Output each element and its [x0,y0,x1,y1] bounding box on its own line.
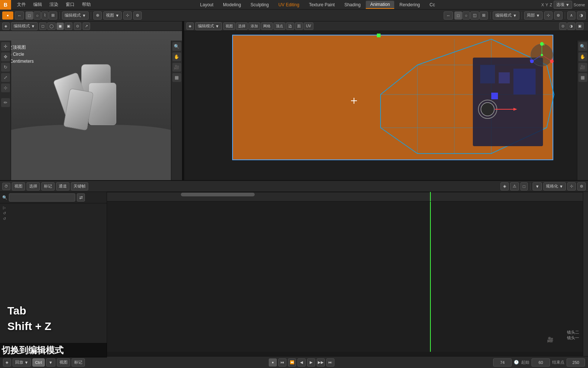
timeline-tracks[interactable]: 镜头二 镜头一 🎥 [107,202,583,352]
prev-frame-btn[interactable]: ◀ [298,358,306,367]
right-vertex-btn[interactable]: 顶点 [274,23,285,30]
timeline-hscrollbar[interactable] [107,192,583,196]
grid-icon-right[interactable]: ▦ [578,73,587,82]
audio-dropdown[interactable]: ▼ [46,358,55,367]
move-tool[interactable]: ✥ [1,52,10,61]
right-transform-btn[interactable]: ↔ [444,11,453,20]
dopesheet-marker-btn[interactable]: 标记 [41,182,55,190]
menu-render[interactable]: 渲染 [47,1,61,8]
select-lasso-btn[interactable]: ⌇ [41,11,48,20]
tab-texture-paint[interactable]: Texture Paint [305,1,339,8]
pan-icon-left[interactable]: ✋ [172,52,181,61]
pivot-btn[interactable]: ⊕ [93,11,102,20]
select-group-btn[interactable]: ⊞ [49,11,57,20]
tab-modeling[interactable]: Modeling [219,1,245,8]
current-frame-input[interactable]: 74 [493,358,512,367]
skip-to-end-btn[interactable]: ⏭ [326,358,334,367]
timeline-vscrollbar[interactable] [583,192,588,356]
dopesheet-keyframe-btn[interactable]: 关键帧 [71,182,88,190]
right-sel4-btn[interactable]: ⊞ [479,11,488,20]
zoom-icon-right[interactable]: 🔍 [578,42,587,51]
camera-icon-left[interactable]: 🎥 [172,63,181,72]
tab-layout[interactable]: Layout [196,1,218,8]
dopesheet-editor-btn[interactable]: ⏱ [2,183,10,190]
play-record-btn[interactable]: ● [269,358,277,367]
end-frame-input[interactable]: 250 [567,358,585,367]
proportional-btn[interactable]: ⊚ [133,11,142,20]
right-editor-type-btn[interactable]: ◈ [186,23,194,30]
dopesheet-view-btn[interactable]: 视图 [12,182,25,190]
mode-dropdown-left[interactable]: 编辑模式 ▼ [62,11,89,20]
search-exchange-btn[interactable]: ⇄ [77,193,85,202]
shading-right-btn[interactable]: ◑ [567,23,575,30]
only-selected-btn[interactable]: ◈ [501,182,509,190]
select-box-btn[interactable]: □ [25,11,33,20]
right-edge-btn[interactable]: 边 [286,23,294,30]
tab-uv-editing[interactable]: UV Editing [274,1,304,8]
cursor-tool[interactable]: ✛ [1,42,10,51]
pan-icon-right[interactable]: ✋ [578,52,587,61]
gizmo-left-btn[interactable]: ↗ [83,23,90,30]
search-input[interactable] [9,193,75,202]
material-btn[interactable]: ▣ [65,23,72,30]
menu-window[interactable]: 窗口 [63,1,78,8]
right-view-btn[interactable]: 视图 [223,23,235,30]
render-btn[interactable]: ▣ [576,23,584,30]
menu-help[interactable]: 帮助 [79,1,94,8]
tab-cc[interactable]: Cc [425,1,440,8]
hscrollbar-thumb[interactable] [181,193,255,196]
prop-right-btn[interactable]: ⊚ [554,11,563,20]
grid-icon-left[interactable]: ▦ [172,73,181,82]
right-select-btn[interactable]: 选择 [236,23,248,30]
prev-keyframe-btn[interactable]: ⏪ [288,358,296,367]
channel-collapse-icon-1[interactable]: ▷ [3,206,6,210]
snap-btn[interactable]: ⊹ [123,11,132,20]
overlay-right-btn[interactable]: ⊙ [559,23,567,30]
transform-btn[interactable]: ↔ [15,11,24,20]
view-footer-btn[interactable]: 视图 [57,358,70,367]
next-frame-btn[interactable]: ▶▶ [317,358,325,367]
left-mode-dropdown[interactable]: 编辑模式 ▼ [11,22,38,30]
uv-viewport[interactable]: Y X Z 🔍 ✋ 🎥 ▦ [184,31,588,180]
select-circle-btn[interactable]: ○ [34,11,41,20]
right-face-btn[interactable]: 面 [295,23,303,30]
wireframe-btn[interactable]: ◯ [47,23,56,30]
tab-shading[interactable]: Shading [340,1,365,8]
3d-viewport[interactable]: 正交顶视图 (74) Circle 10 Centimeters ✛ ✥ ↻ ⤢… [0,31,182,180]
local-dropdown[interactable]: 局部 ▼ [524,11,543,20]
skip-to-start-btn[interactable]: ⏮ [278,358,286,367]
tab-sculpting[interactable]: Sculpting [246,1,273,8]
shading-btn[interactable]: ◑ [577,11,586,20]
start-frame-input[interactable]: 60 [532,358,550,367]
obj-type-btn[interactable]: ◻ [39,23,47,30]
select-dropdown[interactable]: 选项 ▼ [554,1,572,9]
scale-tool[interactable]: ⤢ [1,73,10,82]
dopesheet-select-btn[interactable]: 选择 [27,182,40,190]
annotate-tool[interactable]: ✏ [1,98,10,107]
menu-file[interactable]: 文件 [14,1,29,8]
normalize-btn[interactable]: □ [520,182,528,190]
channel-collapse-icon-2[interactable]: ↺ [3,211,6,215]
mode-dropdown-right[interactable]: 编辑模式 ▼ [493,11,519,20]
right-select-box-btn[interactable]: □ [454,11,462,20]
right-add-btn[interactable]: 添加 [248,23,260,30]
frame-type-dropdown[interactable]: 规格化 ▼ [543,182,566,190]
play-btn[interactable]: ▶ [307,358,315,367]
marker-footer-btn[interactable]: 标记 [72,358,85,367]
camera-icon-right[interactable]: 🎥 [578,63,587,72]
right-mesh-btn[interactable]: 网格 [261,23,273,30]
right-mode-dropdown[interactable]: 编辑模式 ▼ [195,22,222,30]
playback-mode-btn[interactable]: ◈ [3,358,11,367]
dopesheet-channel-btn[interactable]: 通道 [56,182,69,190]
transform-orientation-left[interactable]: 视图 ▼ [103,11,122,20]
right-uv-btn[interactable]: UV [304,23,313,30]
blender-icon-btn[interactable]: ● [2,11,13,20]
editor-type-btn[interactable]: ◈ [2,23,10,30]
right-sel3-btn[interactable]: ◫ [470,11,479,20]
transform-tool[interactable]: ⊹ [1,83,10,92]
zoom-icon-left[interactable]: 🔍 [172,42,181,51]
filter-btn[interactable]: ▼ [533,182,542,190]
overlay-left-btn[interactable]: ⊙ [74,23,81,30]
menu-edit[interactable]: 编辑 [30,1,45,8]
snap-right-btn[interactable]: ⊹ [544,11,553,20]
